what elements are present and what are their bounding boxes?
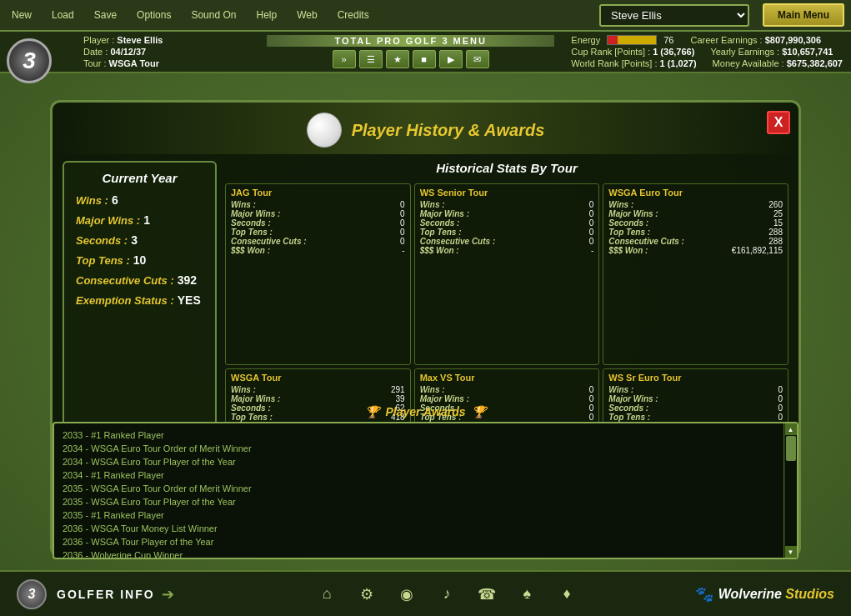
tour-0-stat-1: Major Wins :0 — [231, 209, 405, 218]
awards-title: Player Awards — [386, 405, 466, 418]
top-bar: New Load Save Options Sound On Help Web … — [0, 0, 851, 32]
tour-2-stat-2: Seconds :15 — [608, 218, 783, 228]
tour-name-3: WSGA Tour — [231, 373, 405, 383]
toolbar-btn-3[interactable]: ★ — [386, 50, 409, 68]
award-item-1[interactable]: 2034 - WSGA Euro Tour Order of Merit Win… — [63, 442, 775, 455]
tour-5-stat-0: Wins :0 — [608, 385, 783, 394]
toolbar-btn-6[interactable]: ✉ — [466, 50, 489, 68]
bottom-logo: 3 — [17, 579, 47, 609]
scroll-up-button[interactable]: ▲ — [785, 423, 797, 435]
bottom-icon-audio[interactable]: ♪ — [433, 581, 460, 608]
tour-name-2: WSGA Euro Tour — [608, 188, 783, 198]
award-item-4[interactable]: 2035 - WSGA Euro Tour Order of Merit Win… — [63, 482, 775, 495]
menu-load[interactable]: Load — [47, 8, 79, 23]
award-item-3[interactable]: 2034 - #1 Ranked Player — [63, 468, 775, 482]
scroll-track — [785, 435, 797, 546]
bottom-bar: 3 GOLFER INFO ➔ ⌂ ⚙ ◉ ♪ ☎ ♠ ♦ 🐾 Wolverin… — [0, 570, 851, 616]
tour-name-5: WS Sr Euro Tour — [608, 373, 783, 383]
tour-2-stat-1: Major Wins :25 — [608, 209, 783, 218]
wolverine-logo: 🐾 Wolverine Studios — [695, 585, 834, 603]
tour-2-stat-3: Top Tens :288 — [608, 228, 783, 237]
player-tour-value: WSGA Tour — [109, 58, 160, 68]
tour-3-stat-0: Wins :291 — [231, 385, 405, 394]
dialog-header: Player History & Awards — [53, 103, 798, 154]
menu-options[interactable]: Options — [132, 8, 176, 23]
tour-0-stat-2: Seconds :0 — [231, 218, 405, 228]
awards-list[interactable]: 2033 - #1 Ranked Player2034 - WSGA Euro … — [54, 423, 783, 558]
menu-sound[interactable]: Sound On — [186, 8, 241, 23]
awards-box: 2033 - #1 Ranked Player2034 - WSGA Euro … — [53, 422, 798, 559]
player-name-value: Steve Ellis — [117, 35, 163, 45]
main-menu-button[interactable]: Main Menu — [763, 3, 844, 27]
info-bar: 3 Player : Steve Ellis Date : 04/12/37 T… — [0, 32, 851, 73]
tour-2-stat-4: Consecutive Cuts :288 — [608, 237, 783, 246]
scroll-down-button[interactable]: ▼ — [785, 546, 797, 558]
tour-block-1: WS Senior TourWins :0Major Wins :0Second… — [414, 183, 600, 365]
award-item-9[interactable]: 2036 - Wolverine Cup Winner — [63, 548, 775, 558]
energy-value: 76 — [663, 35, 673, 45]
tour-1-stat-1: Major Wins :0 — [420, 209, 594, 218]
tour-3-stat-1: Major Wins :39 — [231, 394, 405, 403]
tour-1-stat-3: Top Tens :0 — [420, 228, 594, 237]
player-tour-row: Tour : WSGA Tour — [83, 58, 250, 68]
energy-row: Energy 76 Career Earnings : $807,990,306 — [571, 35, 843, 45]
tour-name-0: JAG Tour — [231, 188, 405, 198]
energy-bar-yellow — [618, 36, 656, 44]
close-button[interactable]: X — [767, 111, 790, 134]
menu-credits[interactable]: Credits — [333, 8, 374, 23]
menu-new[interactable]: New — [7, 8, 37, 23]
toolbar-btn-1[interactable]: » — [333, 50, 356, 68]
tour-block-2: WSGA Euro TourWins :260Major Wins :25Sec… — [603, 183, 788, 365]
world-rank-row: World Rank [Points] : 1 (1,027) Money Av… — [571, 58, 843, 68]
bottom-icon-settings[interactable]: ⚙ — [353, 581, 380, 608]
tour-1-stat-5: $$$ Won :- — [420, 246, 594, 255]
tour-5-stat-1: Major Wins :0 — [608, 394, 783, 403]
golf-ball-icon — [307, 113, 342, 148]
award-item-2[interactable]: 2034 - WSGA Euro Tour Player of the Year — [63, 455, 775, 468]
energy-label: Energy — [571, 35, 600, 45]
tour-0-stat-3: Top Tens :0 — [231, 228, 405, 237]
tour-4-stat-1: Major Wins :0 — [420, 394, 594, 403]
tour-1-stat-0: Wins :0 — [420, 200, 594, 209]
tour-4-stat-0: Wins :0 — [420, 385, 594, 394]
toolbar-btn-5[interactable]: ▶ — [439, 50, 463, 68]
wolverine-studios-text: Wolverine Studios — [718, 587, 834, 602]
bottom-icon-suit[interactable]: ♠ — [513, 581, 540, 608]
player-dropdown[interactable]: Steve Ellis — [599, 4, 749, 27]
award-item-8[interactable]: 2036 - WSGA Tour Player of the Year — [63, 535, 775, 548]
stat-exemption: Exemption Status : YES — [76, 293, 203, 307]
bottom-icon-home[interactable]: ⌂ — [313, 581, 340, 608]
tour-name-4: Max VS Tour — [420, 373, 594, 383]
tour-2-stat-0: Wins :260 — [608, 200, 783, 209]
tour-name-1: WS Senior Tour — [420, 188, 594, 198]
tour-0-stat-5: $$$ Won :- — [231, 246, 405, 255]
menu-label-text: TOTAL PRO GOLF 3 MENU — [267, 35, 554, 47]
stat-consecutive-cuts: Consecutive Cuts : 392 — [76, 273, 203, 287]
toolbar-btn-4[interactable]: ■ — [413, 50, 436, 68]
awards-scrollbar: ▲ ▼ — [783, 423, 797, 558]
stat-major-wins: Major Wins : 1 — [76, 213, 203, 227]
awards-section: 🏆 Player Awards 🏆 2033 - #1 Ranked Playe… — [53, 405, 798, 559]
bottom-icon-contact[interactable]: ☎ — [473, 581, 500, 608]
current-year-title: Current Year — [76, 171, 203, 185]
award-item-6[interactable]: 2035 - #1 Ranked Player — [63, 508, 775, 522]
toolbar: » ☰ ★ ■ ▶ ✉ — [333, 50, 489, 68]
player-select-area: Steve Ellis — [593, 0, 756, 30]
award-item-0[interactable]: 2033 - #1 Ranked Player — [63, 428, 775, 442]
award-item-5[interactable]: 2035 - WSGA Euro Tour Player of the Year — [63, 495, 775, 508]
bottom-icon-diamond[interactable]: ♦ — [553, 581, 580, 608]
stat-seconds: Seconds : 3 — [76, 233, 203, 247]
menu-help[interactable]: Help — [251, 8, 282, 23]
career-earnings: Career Earnings : $807,990,306 — [690, 35, 821, 45]
tour-0-stat-0: Wins :0 — [231, 200, 405, 209]
bottom-icon-profile[interactable]: ◉ — [393, 581, 420, 608]
tour-block-0: JAG TourWins :0Major Wins :0Seconds :0To… — [225, 183, 411, 365]
menu-web[interactable]: Web — [292, 8, 322, 23]
award-item-7[interactable]: 2036 - WSGA Tour Money List Winner — [63, 522, 775, 535]
menu-save[interactable]: Save — [89, 8, 122, 23]
golfer-info-label: GOLFER INFO — [57, 588, 155, 601]
toolbar-btn-2[interactable]: ☰ — [359, 50, 383, 68]
tour-1-stat-2: Seconds :0 — [420, 218, 594, 228]
scroll-thumb[interactable] — [786, 436, 796, 461]
tour-0-stat-4: Consecutive Cuts :0 — [231, 237, 405, 246]
